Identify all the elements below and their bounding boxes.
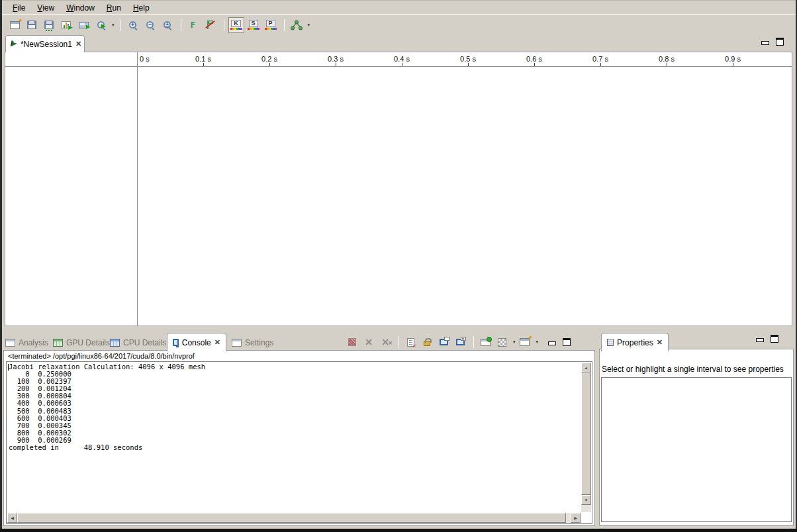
right-arrow-icon: ▶ xyxy=(574,515,577,520)
console-output[interactable]: Jacobi relaxation Calculation: 4096 x 40… xyxy=(9,363,580,511)
window-edge-bottom xyxy=(0,529,797,532)
display-selected-console-button[interactable] xyxy=(494,335,509,349)
tree-graph-icon xyxy=(290,20,303,30)
menu-help[interactable]: Help xyxy=(129,2,154,14)
properties-maximize-button[interactable] xyxy=(771,335,778,343)
properties-tab-close-icon[interactable]: ✕ xyxy=(657,339,663,346)
kernel-color-icon: K xyxy=(230,20,242,30)
color-by-kernel-toggle[interactable]: K xyxy=(228,17,244,33)
pin-console-icon xyxy=(481,339,491,346)
zoom-out-button[interactable]: − xyxy=(142,17,158,33)
scroll-right-button[interactable]: ▶ xyxy=(571,513,581,523)
tree-dropdown-caret[interactable]: ▾ xyxy=(306,22,312,28)
terminate-button[interactable] xyxy=(345,335,359,349)
toolbar-separator xyxy=(473,336,474,348)
open-console-button[interactable]: ✦ xyxy=(518,335,532,349)
clear-console-button[interactable] xyxy=(403,335,418,349)
show-stderr-button[interactable]: ✕ xyxy=(453,335,467,349)
zoom-in-button[interactable]: + xyxy=(125,17,141,33)
timeline-row-divider[interactable] xyxy=(137,52,138,326)
color-by-process-toggle[interactable]: P xyxy=(263,17,279,33)
session-tab[interactable]: ➤ *NewSession1 ✕ xyxy=(5,35,85,52)
tab-cpu-details[interactable]: CPU Details xyxy=(110,335,166,350)
scroll-left-button[interactable]: ◀ xyxy=(7,513,17,523)
console-toolbar: ✕ ✕ ✕ ▾ ✦ ▾ xyxy=(345,335,571,349)
marker-f-icon: F xyxy=(191,20,196,30)
console-icon xyxy=(173,339,179,346)
new-session-button[interactable]: ✦ xyxy=(7,17,23,33)
display-console-icon xyxy=(498,338,506,347)
properties-minimize-button[interactable] xyxy=(756,338,764,342)
console-vscrollbar[interactable]: ▲ ▼ xyxy=(581,363,591,512)
analysis-tree-button[interactable] xyxy=(289,17,305,33)
menu-view[interactable]: View xyxy=(33,2,58,14)
clear-console-icon xyxy=(407,338,414,347)
timeline-canvas[interactable] xyxy=(5,52,792,326)
open-console-caret[interactable]: ▾ xyxy=(534,339,541,345)
zoom-reset-button[interactable]: ± xyxy=(160,17,175,33)
green-arrow-icon: ▶ xyxy=(101,23,106,29)
search-run-button[interactable]: ▶ xyxy=(93,17,109,33)
save-button[interactable] xyxy=(24,17,40,33)
ruler-tickmark xyxy=(468,63,469,66)
zoom-reset-icon: ± xyxy=(164,21,171,28)
profile-application-button[interactable]: ▶ xyxy=(58,17,74,33)
toolbar-separator xyxy=(284,19,285,31)
properties-content-box xyxy=(601,377,792,522)
hscroll-thumb[interactable] xyxy=(17,513,566,523)
menu-bar: File View Window Run Help xyxy=(2,1,796,15)
tab-gpu-details[interactable]: GPU Details xyxy=(53,335,110,350)
menu-window[interactable]: Window xyxy=(62,2,99,14)
editor-minimize-button[interactable] xyxy=(761,41,769,45)
ruler-tick-label: 0 s xyxy=(140,55,150,63)
tab-properties[interactable]: Properties ✕ xyxy=(601,333,669,351)
zoom-in-icon: + xyxy=(129,21,136,28)
color-by-stream-toggle[interactable]: S xyxy=(246,17,261,33)
save-as-icon xyxy=(44,21,54,29)
editor-maximize-button[interactable] xyxy=(776,38,784,46)
session-icon: ➤ xyxy=(8,38,19,50)
console-tab-close-icon[interactable]: ✕ xyxy=(214,339,220,346)
tab-properties-label: Properties xyxy=(617,338,653,347)
tab-console[interactable]: Console ✕ xyxy=(167,333,226,351)
search-dropdown-caret[interactable]: ▾ xyxy=(110,22,117,28)
show-stdout-button[interactable] xyxy=(436,335,451,349)
scroll-down-button[interactable]: ▼ xyxy=(581,495,591,505)
tab-settings[interactable]: Settings xyxy=(232,335,273,350)
toolbar-separator xyxy=(224,19,224,31)
star-icon: ✦ xyxy=(528,335,533,341)
up-arrow-icon: ▲ xyxy=(585,366,588,370)
scroll-lock-button[interactable] xyxy=(420,335,434,349)
remove-all-launches-button[interactable]: ✕ xyxy=(378,335,393,349)
ruler-tickmark xyxy=(600,63,601,66)
ruler-tick-label: 0.1 s xyxy=(195,55,211,63)
pin-console-button[interactable] xyxy=(478,335,492,349)
console-hscrollbar[interactable]: ◀ ▶ xyxy=(7,513,581,523)
left-arrow-icon: ◀ xyxy=(11,515,14,520)
marker-button[interactable]: F xyxy=(185,17,201,33)
console-minimize-button[interactable] xyxy=(548,341,556,345)
menu-run[interactable]: Run xyxy=(103,2,125,14)
display-console-caret[interactable]: ▾ xyxy=(511,339,518,345)
nvvp-window: File View Window Run Help ✦ ▶ ▶ ▶ ▾ xyxy=(0,0,797,532)
timeline-ruler-line xyxy=(5,66,792,67)
open-console-icon: ✦ xyxy=(520,338,530,346)
console-maximize-button[interactable] xyxy=(563,338,571,346)
bar-chart-icon: ▶ xyxy=(62,21,71,29)
vscroll-thumb[interactable] xyxy=(581,373,591,495)
session-tab-close-icon[interactable]: ✕ xyxy=(75,40,81,48)
menu-file[interactable]: File xyxy=(9,2,29,14)
main-toolbar: ✦ ▶ ▶ ▶ ▾ + − ± xyxy=(2,16,796,34)
save-as-button[interactable] xyxy=(41,17,57,33)
clear-markers-button[interactable] xyxy=(203,17,218,33)
remove-launch-button[interactable]: ✕ xyxy=(361,335,376,349)
tab-analysis[interactable]: Analysis xyxy=(5,335,48,350)
stream-color-icon: S xyxy=(248,20,259,30)
scroll-up-button[interactable]: ▲ xyxy=(581,363,591,373)
ruler-tickmark xyxy=(336,63,336,66)
zoom-out-icon: − xyxy=(146,21,154,28)
import-button[interactable]: ▶ xyxy=(75,17,91,33)
tab-analysis-label: Analysis xyxy=(19,338,48,347)
new-session-icon: ✦ xyxy=(10,21,20,29)
tab-console-label: Console xyxy=(182,338,211,347)
